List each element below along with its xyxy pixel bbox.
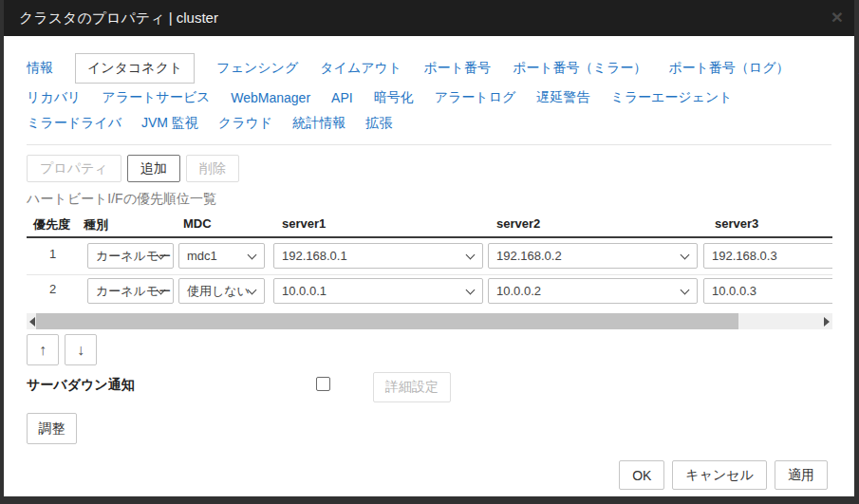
- properties-button[interactable]: プロパティ: [27, 155, 121, 182]
- scroll-right-icon[interactable]: [824, 317, 830, 327]
- col-header-mdc: MDC: [183, 216, 212, 231]
- tab-webmanager[interactable]: WebManager: [231, 90, 310, 105]
- server3-select-row1[interactable]: 192.168.0.3: [703, 243, 832, 269]
- tab-alert-service[interactable]: アラートサービス: [102, 89, 210, 106]
- add-button[interactable]: 追加: [127, 155, 180, 182]
- heartbeat-table: 優先度 種別 MDC server1 server2 server3 1 カーネ…: [27, 216, 832, 311]
- move-down-button[interactable]: ↓: [65, 334, 97, 365]
- dialog-titlebar: クラスタのプロパティ | cluster ×: [4, 0, 854, 36]
- tab-alert-log[interactable]: アラートログ: [435, 89, 516, 106]
- tab-statistics[interactable]: 統計情報: [292, 115, 345, 132]
- tab-row-3: ミラードライバ JVM 監視 クラウド 統計情報 拡張: [27, 115, 392, 132]
- tab-timeout[interactable]: タイムアウト: [320, 60, 401, 77]
- mdc-select-row1[interactable]: mdc1: [178, 243, 265, 269]
- tab-recovery[interactable]: リカバリ: [27, 89, 81, 106]
- tab-cloud[interactable]: クラウド: [218, 115, 272, 132]
- tab-encryption[interactable]: 暗号化: [374, 89, 414, 106]
- dialog-footer: OK キャンセル 適用: [619, 460, 828, 490]
- tab-delay-warning[interactable]: 遅延警告: [536, 89, 589, 106]
- mdc-select-row2[interactable]: 使用しない: [178, 278, 265, 304]
- tab-info[interactable]: 情報: [27, 60, 53, 77]
- tab-port[interactable]: ポート番号: [423, 60, 491, 77]
- tab-extension[interactable]: 拡張: [365, 115, 392, 132]
- col-header-server3: server3: [715, 216, 758, 231]
- tab-jvm-monitor[interactable]: JVM 監視: [141, 115, 198, 132]
- col-header-type: 種別: [84, 216, 108, 233]
- server1-select-row1[interactable]: 192.168.0.1: [273, 243, 483, 269]
- server2-select-row2[interactable]: 10.0.0.2: [488, 278, 698, 304]
- tab-interconnect[interactable]: インタコネクト: [75, 53, 195, 84]
- cancel-button[interactable]: キャンセル: [672, 460, 767, 490]
- move-up-button[interactable]: ↑: [27, 334, 59, 365]
- horizontal-scrollbar[interactable]: [27, 313, 832, 329]
- server1-select-row2[interactable]: 10.0.0.1: [273, 278, 483, 304]
- tab-port-log[interactable]: ポート番号（ログ）: [668, 60, 789, 77]
- tab-row-2: リカバリ アラートサービス WebManager API 暗号化 アラートログ …: [27, 89, 733, 106]
- type-select-row1[interactable]: カーネルモード: [87, 243, 174, 269]
- priority-cell: 1: [27, 247, 79, 261]
- server-down-settings-button[interactable]: 詳細設定: [373, 372, 451, 402]
- tab-port-mirror[interactable]: ポート番号（ミラー）: [513, 60, 646, 77]
- col-header-server2: server2: [496, 216, 540, 231]
- priority-move-buttons: ↑ ↓: [27, 334, 97, 365]
- tune-button[interactable]: 調整: [27, 413, 77, 444]
- apply-button[interactable]: 適用: [775, 460, 828, 490]
- server2-select-row1[interactable]: 192.168.0.2: [488, 243, 698, 269]
- remove-button[interactable]: 削除: [186, 155, 239, 182]
- type-select-row2[interactable]: カーネルモード: [87, 278, 174, 304]
- dialog-title: クラスタのプロパティ | cluster: [19, 9, 218, 28]
- scroll-left-icon[interactable]: [29, 317, 35, 327]
- priority-cell: 2: [27, 282, 79, 296]
- server3-select-row2[interactable]: 10.0.0.3: [703, 278, 832, 304]
- cluster-properties-dialog: クラスタのプロパティ | cluster × 情報 インタコネクト フェンシング…: [4, 0, 854, 496]
- heartbeat-toolbar: プロパティ 追加 削除: [27, 155, 239, 182]
- col-header-server1: server1: [282, 216, 326, 231]
- tabs-divider: [27, 144, 831, 145]
- close-icon[interactable]: ×: [831, 6, 843, 28]
- server-down-notify-label: サーバダウン通知: [27, 377, 135, 394]
- heartbeat-list-title: ハートビートI/Fの優先順位一覧: [27, 191, 216, 208]
- tab-mirror-driver[interactable]: ミラードライバ: [27, 115, 121, 132]
- col-header-priority: 優先度: [33, 216, 70, 233]
- ok-button[interactable]: OK: [619, 460, 664, 490]
- row-separator: [27, 274, 832, 275]
- tab-api[interactable]: API: [331, 90, 353, 105]
- scrollbar-thumb[interactable]: [36, 313, 738, 329]
- server-down-notify-checkbox[interactable]: [316, 377, 330, 391]
- tab-row-1: 情報 インタコネクト フェンシング タイムアウト ポート番号 ポート番号（ミラー…: [27, 53, 859, 84]
- tab-fencing[interactable]: フェンシング: [216, 60, 298, 77]
- header-underline: [27, 236, 832, 238]
- tab-mirror-agent[interactable]: ミラーエージェント: [610, 89, 732, 106]
